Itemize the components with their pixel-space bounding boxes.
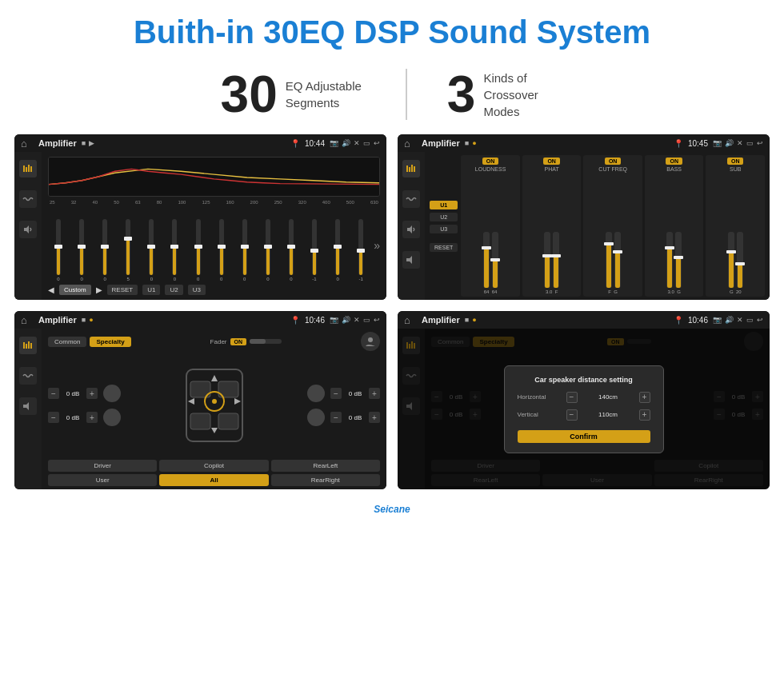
sp3-plus-1[interactable]: + xyxy=(86,388,98,399)
volume-icon-3: 🔊 xyxy=(342,316,350,324)
sp3-minus-1[interactable]: − xyxy=(48,388,59,399)
sp3-minus-3[interactable]: − xyxy=(330,388,342,399)
sp3-db-ctrl-3: − 0 dB + xyxy=(307,385,380,402)
topbar-4-right-icons: 📷 🔊 ✕ ▭ ↩ xyxy=(713,316,763,324)
screen-1-sidebar xyxy=(14,152,42,300)
topbar-1-title: Amplifier xyxy=(38,138,77,148)
phat-slider-2[interactable] xyxy=(553,232,559,288)
loudness-slider-2[interactable] xyxy=(492,232,498,288)
sub-slider-2[interactable] xyxy=(737,232,743,288)
phat-vals: 3.0 F xyxy=(546,289,558,294)
ch-cutfreq: ON CUT FREQ F G xyxy=(583,155,642,297)
dialog-horizontal-plus[interactable]: + xyxy=(639,392,650,403)
sub-sliders xyxy=(728,175,743,288)
sidebar-3-wave-icon[interactable] xyxy=(19,367,37,385)
eq-custom-btn[interactable]: Custom xyxy=(59,285,91,295)
sp3-common-tab[interactable]: Common xyxy=(48,337,86,347)
sp3-bottom-btns: Driver All Copilot RearLeft User RearRig… xyxy=(48,460,380,486)
bass-slider-1[interactable] xyxy=(666,232,673,288)
sidebar-eq-icon[interactable] xyxy=(19,160,37,177)
sp3-rearright-btn[interactable]: RearRight xyxy=(271,474,380,486)
home-icon[interactable]: ⌂ xyxy=(21,137,34,150)
eq-u3-btn[interactable]: U3 xyxy=(188,285,206,295)
sidebar-2-vol-icon[interactable] xyxy=(402,251,420,269)
svg-rect-21 xyxy=(190,413,210,429)
dialog-confirm-btn[interactable]: Confirm xyxy=(518,430,650,443)
dialog-horizontal-minus[interactable]: − xyxy=(566,392,578,403)
sidebar-wave-icon[interactable] xyxy=(19,190,37,208)
sp3-specialty-tab[interactable]: Specialty xyxy=(90,337,130,347)
cutfreq-slider-1[interactable] xyxy=(606,232,612,288)
loudness-slider-1[interactable] xyxy=(483,232,490,288)
topbar-1-right-icons: 📷 🔊 ✕ ▭ ↩ xyxy=(330,139,380,147)
phat-slider-1[interactable] xyxy=(544,232,550,288)
sp3-user-btn[interactable]: User xyxy=(48,474,157,486)
fader-on-btn[interactable]: ON xyxy=(230,338,247,345)
camera-icon: 📷 xyxy=(330,139,338,147)
eq-reset-btn[interactable]: RESET xyxy=(107,285,138,295)
cutfreq-slider-2[interactable] xyxy=(614,232,621,288)
sp3-all-btn[interactable]: All xyxy=(159,474,268,486)
eq-u2-btn[interactable]: U2 xyxy=(165,285,182,295)
phat-sliders xyxy=(544,175,559,288)
sidebar-speaker-icon[interactable] xyxy=(19,221,37,238)
sidebar-2-eq-icon[interactable] xyxy=(402,160,420,177)
phat-on-btn[interactable]: ON xyxy=(543,158,560,165)
preset-u3[interactable]: U3 xyxy=(430,225,458,233)
eq-u1-btn[interactable]: U1 xyxy=(142,285,160,295)
topbar-4: ⌂ Amplifier ■ ● 📍 10:46 📷 🔊 ✕ ▭ ↩ xyxy=(398,311,770,329)
bass-on-btn[interactable]: ON xyxy=(666,158,682,165)
sp3-plus-2[interactable]: + xyxy=(86,412,98,423)
preset-reset[interactable]: RESET xyxy=(430,243,458,252)
sp3-plus-3[interactable]: + xyxy=(369,388,380,399)
dialog-title: Car speaker distance setting xyxy=(518,376,650,384)
eq-slider-4: 0 xyxy=(141,219,162,281)
dialog-vertical-minus[interactable]: − xyxy=(566,409,578,421)
eq-next-btn[interactable]: ▶ xyxy=(96,285,102,294)
sidebar-3-eq-icon[interactable] xyxy=(19,337,37,354)
sub-slider-1[interactable] xyxy=(728,232,734,288)
sp3-minus-2[interactable]: − xyxy=(48,412,59,423)
sidebar-2-wave-icon[interactable] xyxy=(402,190,420,208)
close-icon-4: ✕ xyxy=(737,316,743,324)
sp3-driver-btn[interactable]: Driver xyxy=(48,460,157,472)
svg-marker-28 xyxy=(234,398,241,405)
eq-graph xyxy=(48,157,380,197)
sp3-plus-4[interactable]: + xyxy=(369,412,380,423)
sp3-rearleft-btn[interactable]: RearLeft xyxy=(271,460,380,472)
preset-u1[interactable]: U1 xyxy=(430,201,458,209)
preset-u2[interactable]: U2 xyxy=(430,213,458,221)
sp3-minus-4[interactable]: − xyxy=(330,412,342,423)
sp3-speaker-dot-2 xyxy=(103,409,121,426)
speaker-3-content: Common Specialty Fader ON xyxy=(42,329,386,489)
screen-crossover: ⌂ Amplifier ■ ● 📍 10:45 📷 🔊 ✕ ▭ ↩ xyxy=(398,134,770,300)
svg-rect-22 xyxy=(218,413,238,429)
sp3-right-controls: − 0 dB + − 0 dB + xyxy=(307,357,380,453)
bass-slider-2[interactable] xyxy=(675,232,682,288)
sub-on-btn[interactable]: ON xyxy=(727,158,744,165)
screen-eq: ⌂ Amplifier ■ ▶ 📍 10:44 📷 🔊 ✕ ▭ ↩ xyxy=(14,134,386,300)
cutfreq-on-btn[interactable]: ON xyxy=(605,158,622,165)
home-icon-4[interactable]: ⌂ xyxy=(404,313,417,326)
home-icon-3[interactable]: ⌂ xyxy=(21,313,34,326)
stat-eq-label: EQ Adjustable Segments xyxy=(286,78,366,111)
svg-marker-16 xyxy=(23,402,29,410)
screen-speaker-dialog: ⌂ Amplifier ■ ● 📍 10:46 📷 🔊 ✕ ▭ ↩ xyxy=(398,311,770,489)
eq-arrows-icon[interactable]: » xyxy=(374,239,380,252)
sidebar-2-speaker-icon[interactable] xyxy=(402,221,420,238)
sidebar-3-vol-icon[interactable] xyxy=(19,397,37,415)
dialog-vertical-plus[interactable]: + xyxy=(639,409,650,421)
loudness-on-btn[interactable]: ON xyxy=(482,158,499,165)
phat-label: PHAT xyxy=(545,166,559,172)
window-icon: ▭ xyxy=(363,139,370,147)
eq-slider-12: 0 xyxy=(327,219,348,281)
location-icon-2: 📍 xyxy=(674,138,683,148)
stat-crossover-number: 3 xyxy=(447,69,476,120)
home-icon-2[interactable]: ⌂ xyxy=(404,137,417,150)
user-avatar xyxy=(361,332,380,351)
distance-dialog[interactable]: Car speaker distance setting Horizontal … xyxy=(504,365,664,453)
eq-prev-btn[interactable]: ◀ xyxy=(48,285,54,294)
sp3-copilot-btn[interactable]: Copilot xyxy=(159,460,268,472)
freq-80: 80 xyxy=(157,200,162,205)
freq-250: 250 xyxy=(274,200,282,205)
